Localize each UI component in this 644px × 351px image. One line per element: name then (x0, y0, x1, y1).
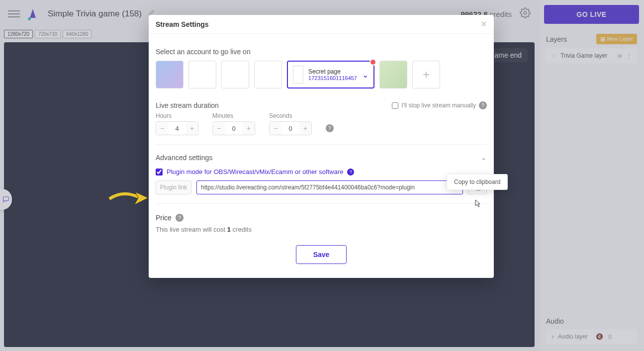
help-icon[interactable]: ? (479, 101, 487, 109)
plus-button[interactable]: + (299, 122, 311, 135)
manual-stop-checkbox[interactable]: I'll stop live stream manually ? (392, 101, 487, 109)
account-option[interactable] (188, 61, 216, 88)
minus-button[interactable]: − (270, 122, 281, 135)
plugin-link-input[interactable] (196, 180, 463, 194)
plugin-mode-label: Plugin mode for OBS/Wirecast/vMix/Ecamm … (167, 168, 343, 176)
account-id: 1723151601116457 (308, 75, 357, 81)
hours-input[interactable] (168, 125, 186, 132)
minus-button[interactable]: − (213, 122, 225, 135)
hours-label: Hours (156, 112, 198, 119)
chevron-down-icon[interactable]: ⌄ (362, 70, 368, 80)
save-button[interactable]: Save (296, 245, 347, 264)
minus-button[interactable]: − (156, 122, 168, 135)
cursor-icon (474, 199, 481, 210)
price-text: This live stream will cost 1 credits (156, 226, 487, 233)
minutes-label: Minutes (212, 112, 255, 119)
annotation-arrow-icon (107, 188, 152, 211)
add-account-button[interactable]: + (412, 61, 440, 88)
price-title: Price (156, 214, 172, 222)
notification-dot-icon (369, 59, 376, 66)
seconds-stepper[interactable]: − + (269, 121, 312, 135)
hours-stepper[interactable]: − + (156, 121, 198, 135)
plugin-mode-checkbox[interactable] (156, 169, 163, 176)
modal-title: Stream Settings (156, 20, 209, 28)
plus-button[interactable]: + (186, 122, 198, 135)
minutes-stepper[interactable]: − + (212, 121, 255, 135)
seconds-label: Seconds (269, 112, 312, 119)
stream-settings-modal: Stream Settings ✕ Select an account to g… (149, 15, 494, 278)
advanced-title: Advanced settings (156, 154, 212, 162)
help-icon[interactable]: ? (176, 214, 184, 222)
account-option[interactable] (379, 61, 407, 88)
duration-title: Live stream duration (156, 101, 219, 109)
plus-button[interactable]: + (243, 122, 255, 135)
account-list: Secret page 1723151601116457 ⌄ + (156, 61, 487, 88)
plugin-link-label: Plugin link (156, 180, 191, 194)
account-name: Secret page (308, 68, 357, 75)
copy-tooltip: Copy to clipboard (447, 174, 508, 190)
account-option[interactable] (221, 61, 249, 88)
chevron-down-icon[interactable]: ⌄ (480, 153, 487, 162)
account-selected[interactable]: Secret page 1723151601116457 ⌄ (287, 61, 374, 88)
help-icon[interactable]: ? (347, 169, 354, 176)
select-account-label: Select an account to go live on (156, 48, 487, 56)
account-option[interactable] (254, 61, 282, 88)
minutes-input[interactable] (225, 125, 243, 132)
seconds-input[interactable] (281, 125, 299, 132)
account-thumb (293, 66, 303, 84)
account-option[interactable] (156, 61, 184, 88)
close-icon[interactable]: ✕ (480, 19, 487, 29)
help-icon[interactable]: ? (326, 124, 334, 132)
